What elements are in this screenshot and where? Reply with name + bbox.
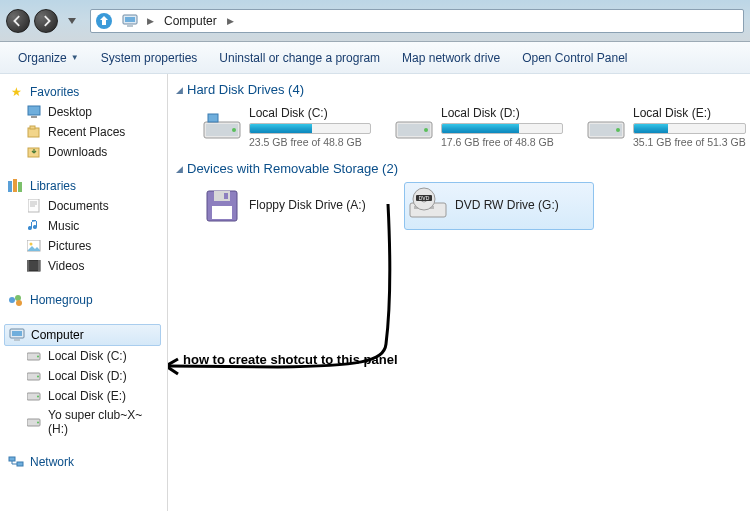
homegroup-group: Homegroup xyxy=(4,290,167,310)
back-arrow-icon xyxy=(12,15,24,27)
crumb-separator[interactable]: ▶ xyxy=(225,16,236,26)
free-space-label: 35.1 GB free of 51.3 GB xyxy=(633,136,746,148)
svg-point-14 xyxy=(30,243,33,246)
drive-floppy-a[interactable]: Floppy Disk Drive (A:) xyxy=(198,182,388,230)
svg-rect-10 xyxy=(13,179,17,192)
open-control-panel-button[interactable]: Open Control Panel xyxy=(512,47,637,69)
organize-button[interactable]: Organize▼ xyxy=(8,47,89,69)
libraries-group: Libraries Documents Music Pictures Video… xyxy=(4,176,167,276)
music-icon xyxy=(26,218,42,234)
sidebar-item-downloads[interactable]: Downloads xyxy=(4,142,167,162)
chevron-down-icon: ▼ xyxy=(71,53,79,62)
sidebar-item-local-disk-c[interactable]: Local Disk (C:) xyxy=(4,346,167,366)
collapse-triangle-icon: ◢ xyxy=(176,164,183,174)
desktop-icon xyxy=(26,104,42,120)
system-properties-button[interactable]: System properties xyxy=(91,47,208,69)
sidebar-item-videos[interactable]: Videos xyxy=(4,256,167,276)
network-icon xyxy=(8,454,24,470)
drive-local-disk-c[interactable]: Local Disk (C:) 23.5 GB free of 48.8 GB xyxy=(198,103,374,151)
sidebar-item-pictures[interactable]: Pictures xyxy=(4,236,167,256)
recent-pages-dropdown[interactable] xyxy=(62,9,82,33)
hard-disk-drive-list: Local Disk (C:) 23.5 GB free of 48.8 GB … xyxy=(176,103,742,151)
network-header[interactable]: Network xyxy=(4,452,167,472)
svg-point-18 xyxy=(9,297,15,303)
sidebar-item-local-disk-e[interactable]: Local Disk (E:) xyxy=(4,386,167,406)
svg-rect-17 xyxy=(38,260,40,271)
svg-rect-9 xyxy=(8,181,12,192)
homegroup-icon xyxy=(8,292,24,308)
recent-places-icon xyxy=(26,124,42,140)
svg-rect-22 xyxy=(12,331,22,336)
libraries-header[interactable]: Libraries xyxy=(4,176,167,196)
drive-name: Local Disk (C:) xyxy=(249,106,371,120)
drive-name: Local Disk (E:) xyxy=(633,106,746,120)
hard-drive-icon xyxy=(585,106,627,148)
network-group: Network xyxy=(4,452,167,472)
favorites-header[interactable]: ★ Favorites xyxy=(4,82,167,102)
content-pane: ◢ Hard Disk Drives (4) Local Disk (C:) 2… xyxy=(168,74,750,511)
sidebar-item-local-disk-d[interactable]: Local Disk (D:) xyxy=(4,366,167,386)
computer-icon xyxy=(9,327,25,343)
svg-point-29 xyxy=(37,396,39,398)
videos-icon xyxy=(26,258,42,274)
annotation-text: how to create shotcut to this panel xyxy=(183,352,398,367)
forward-button[interactable] xyxy=(34,9,58,33)
uninstall-program-button[interactable]: Uninstall or change a program xyxy=(209,47,390,69)
capacity-bar xyxy=(249,123,371,134)
libraries-icon xyxy=(8,178,24,194)
hard-drive-icon xyxy=(26,388,42,404)
svg-rect-46 xyxy=(224,193,228,199)
breadcrumb-computer[interactable]: Computer xyxy=(160,14,221,28)
computer-icon xyxy=(119,13,141,29)
navigation-pane: ★ Favorites Desktop Recent Places Downlo… xyxy=(0,74,168,511)
crumb-separator[interactable]: ▶ xyxy=(145,16,156,26)
drive-local-disk-d[interactable]: Local Disk (D:) 17.6 GB free of 48.8 GB xyxy=(390,103,566,151)
svg-point-43 xyxy=(616,128,620,132)
drive-dvd-rw-g[interactable]: DVD DVD RW Drive (G:) xyxy=(404,182,594,230)
hard-drive-icon xyxy=(393,106,435,148)
capacity-bar xyxy=(441,123,563,134)
svg-rect-2 xyxy=(125,17,135,22)
svg-point-25 xyxy=(37,356,39,358)
address-bar[interactable]: ▶ Computer ▶ xyxy=(90,9,744,33)
svg-rect-4 xyxy=(28,106,40,115)
sidebar-item-desktop[interactable]: Desktop xyxy=(4,102,167,122)
up-level-icon[interactable] xyxy=(93,11,115,31)
svg-rect-3 xyxy=(127,25,133,27)
svg-rect-23 xyxy=(14,339,20,341)
svg-rect-33 xyxy=(17,462,23,466)
svg-text:DVD: DVD xyxy=(419,195,430,201)
svg-rect-5 xyxy=(31,116,37,118)
free-space-label: 17.6 GB free of 48.8 GB xyxy=(441,136,563,148)
floppy-disk-icon xyxy=(201,185,243,227)
free-space-label: 23.5 GB free of 48.8 GB xyxy=(249,136,371,148)
section-hard-disk-drives[interactable]: ◢ Hard Disk Drives (4) xyxy=(176,82,742,97)
sidebar-item-drive-h[interactable]: Yo super club~X~ (H:) xyxy=(4,406,167,438)
map-network-drive-button[interactable]: Map network drive xyxy=(392,47,510,69)
back-button[interactable] xyxy=(6,9,30,33)
sidebar-item-recent-places[interactable]: Recent Places xyxy=(4,122,167,142)
svg-rect-7 xyxy=(30,126,35,129)
svg-rect-11 xyxy=(18,182,22,192)
documents-icon xyxy=(26,198,42,214)
command-bar: Organize▼ System properties Uninstall or… xyxy=(0,42,750,74)
drive-local-disk-e[interactable]: Local Disk (E:) 35.1 GB free of 51.3 GB xyxy=(582,103,742,151)
svg-point-27 xyxy=(37,376,39,378)
navigation-bar: ▶ Computer ▶ xyxy=(0,0,750,42)
sidebar-item-documents[interactable]: Documents xyxy=(4,196,167,216)
pictures-icon xyxy=(26,238,42,254)
downloads-icon xyxy=(26,144,42,160)
section-removable-storage[interactable]: ◢ Devices with Removable Storage (2) xyxy=(176,161,742,176)
svg-point-31 xyxy=(37,422,39,424)
removable-drive-list: Floppy Disk Drive (A:) DVD DVD RW Drive … xyxy=(176,182,742,230)
svg-point-20 xyxy=(16,300,22,306)
hard-drive-icon xyxy=(26,414,42,430)
star-icon: ★ xyxy=(8,84,24,100)
hard-drive-icon xyxy=(201,106,243,148)
hard-drive-icon xyxy=(26,368,42,384)
homegroup-header[interactable]: Homegroup xyxy=(4,290,167,310)
computer-header[interactable]: Computer xyxy=(4,324,161,346)
svg-rect-37 xyxy=(208,114,218,122)
sidebar-item-music[interactable]: Music xyxy=(4,216,167,236)
svg-point-40 xyxy=(424,128,428,132)
